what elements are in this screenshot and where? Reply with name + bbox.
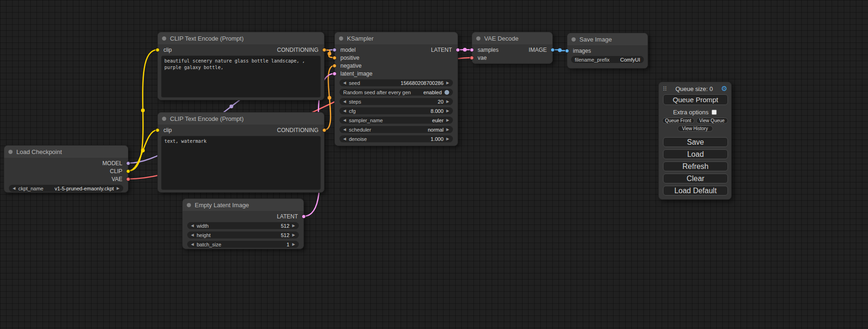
denoise-widget[interactable]: ◀ denoise 1.000 ▶ (339, 135, 453, 142)
toggle-knob-icon[interactable] (445, 90, 449, 95)
drag-handle-icon[interactable]: ⠿ (663, 85, 667, 92)
decrement-arrow-icon[interactable]: ◀ (343, 81, 346, 85)
widget-label: batch_size (197, 242, 221, 247)
positive-prompt-textarea[interactable]: beautiful scenery nature glass bottle la… (161, 56, 321, 98)
collapse-dot-icon[interactable] (339, 36, 343, 41)
increment-arrow-icon[interactable]: ▶ (446, 100, 449, 104)
clip-text-encode-negative-node[interactable]: CLIP Text Encode (Prompt) clip CONDITION… (157, 112, 325, 193)
vae-output-slot[interactable] (126, 177, 130, 181)
scheduler-widget[interactable]: ◀ scheduler normal ▶ (339, 126, 453, 133)
clip-input-slot[interactable] (155, 128, 160, 132)
node-title-bar[interactable]: KSampler (335, 32, 458, 44)
clip-input-slot[interactable] (155, 48, 160, 52)
latent-output-slot[interactable] (456, 48, 460, 52)
latent-image-input-slot[interactable] (332, 71, 337, 76)
load-button[interactable]: Load (663, 149, 728, 159)
node-title-bar[interactable]: CLIP Text Encode (Prompt) (158, 32, 324, 44)
random-seed-toggle-widget[interactable]: Random seed after every gen enabled (339, 89, 453, 96)
widget-value: enabled (423, 90, 442, 95)
slot-label: model (340, 47, 356, 53)
view-queue-button[interactable]: View Queue (696, 118, 728, 124)
height-widget[interactable]: ◀ height 512 ▶ (187, 231, 299, 238)
node-title-bar[interactable]: CLIP Text Encode (Prompt) (158, 112, 324, 125)
decrement-arrow-icon[interactable]: ◀ (13, 187, 15, 190)
increment-arrow-icon[interactable]: ▶ (117, 187, 120, 190)
slot-label: samples (478, 47, 499, 53)
link-midpoint-dot (328, 52, 332, 56)
ckpt-name-widget[interactable]: ◀ ckpt_name v1-5-pruned-emaonly.ckpt ▶ (9, 185, 123, 192)
sampler-name-widget[interactable]: ◀ sampler_name euler ▶ (339, 117, 453, 124)
seed-widget[interactable]: ◀ seed 156680208700286 ▶ (339, 79, 453, 86)
increment-arrow-icon[interactable]: ▶ (446, 137, 449, 141)
save-image-node[interactable]: Save Image images filename_prefix ComfyU… (567, 33, 648, 69)
ksampler-node[interactable]: KSampler model LATENT positive negative (334, 32, 458, 146)
slot-label: negative (340, 63, 361, 69)
increment-arrow-icon[interactable]: ▶ (292, 224, 295, 228)
vae-decode-node[interactable]: VAE Decode samples IMAGE vae (472, 32, 553, 64)
negative-prompt-textarea[interactable]: text, watermark (161, 136, 321, 190)
clear-button[interactable]: Clear (663, 174, 728, 183)
node-title: Save Image (579, 36, 612, 43)
collapse-dot-icon[interactable] (572, 37, 576, 42)
node-title-bar[interactable]: VAE Decode (472, 32, 552, 44)
increment-arrow-icon[interactable]: ▶ (446, 119, 449, 122)
refresh-button[interactable]: Refresh (663, 161, 728, 171)
save-button[interactable]: Save (663, 137, 728, 147)
model-output-slot[interactable] (126, 161, 130, 165)
increment-arrow-icon[interactable]: ▶ (446, 81, 449, 85)
clip-text-encode-positive-node[interactable]: CLIP Text Encode (Prompt) clip CONDITION… (157, 32, 325, 100)
decrement-arrow-icon[interactable]: ◀ (343, 137, 346, 141)
decrement-arrow-icon[interactable]: ◀ (191, 224, 194, 228)
slot-label: MODEL (102, 160, 122, 167)
batch-size-widget[interactable]: ◀ batch_size 1 ▶ (187, 241, 299, 248)
cfg-widget[interactable]: ◀ cfg 8.000 ▶ (339, 107, 453, 114)
negative-input-slot[interactable] (332, 63, 337, 68)
decrement-arrow-icon[interactable]: ◀ (343, 100, 346, 104)
collapse-dot-icon[interactable] (162, 36, 166, 41)
node-title-bar[interactable]: Empty Latent Image (183, 199, 303, 211)
queue-prompt-button[interactable]: Queue Prompt (663, 94, 728, 105)
slot-row: vae (472, 54, 552, 62)
images-input-slot[interactable] (565, 49, 569, 53)
load-checkpoint-node[interactable]: Load Checkpoint MODEL CLIP VAE ◀ ckpt (4, 145, 128, 193)
latent-output-slot[interactable] (302, 214, 306, 218)
clip-output-slot[interactable] (126, 169, 130, 173)
node-title: VAE Decode (484, 35, 518, 42)
decrement-arrow-icon[interactable]: ◀ (191, 233, 194, 237)
conditioning-output-slot[interactable] (322, 128, 326, 132)
filename-prefix-widget[interactable]: filename_prefix ComfyUI (571, 56, 644, 63)
increment-arrow-icon[interactable]: ▶ (446, 109, 449, 113)
decrement-arrow-icon[interactable]: ◀ (343, 109, 346, 113)
steps-widget[interactable]: ◀ steps 20 ▶ (339, 98, 453, 105)
decrement-arrow-icon[interactable]: ◀ (343, 119, 346, 122)
view-history-button[interactable]: View History (677, 126, 713, 132)
image-output-slot[interactable] (550, 48, 555, 52)
slot-label: latent_image (340, 70, 373, 77)
node-title-bar[interactable]: Load Checkpoint (4, 146, 128, 158)
collapse-dot-icon[interactable] (162, 117, 166, 121)
collapse-dot-icon[interactable] (187, 203, 191, 207)
increment-arrow-icon[interactable]: ▶ (292, 233, 295, 237)
decrement-arrow-icon[interactable]: ◀ (343, 128, 346, 132)
collapse-dot-icon[interactable] (8, 150, 13, 154)
model-input-slot[interactable] (332, 48, 337, 52)
link-wire (128, 50, 158, 171)
node-title-bar[interactable]: Save Image (567, 33, 648, 45)
decrement-arrow-icon[interactable]: ◀ (191, 243, 194, 246)
positive-input-slot[interactable] (332, 56, 337, 60)
conditioning-output-slot[interactable] (322, 48, 326, 52)
vae-input-slot[interactable] (470, 56, 474, 60)
extra-options-checkbox[interactable] (712, 110, 717, 115)
width-widget[interactable]: ◀ width 512 ▶ (187, 222, 299, 229)
queue-front-button[interactable]: Queue Front (662, 118, 694, 124)
samples-input-slot[interactable] (470, 48, 474, 52)
empty-latent-image-node[interactable]: Empty Latent Image LATENT ◀ width 512 ▶ … (182, 198, 304, 249)
load-default-button[interactable]: Load Default (663, 186, 728, 196)
slot-label: CONDITIONING (277, 127, 318, 133)
node-graph-canvas[interactable]: Load Checkpoint MODEL CLIP VAE ◀ ckpt (0, 0, 868, 329)
settings-gear-icon[interactable]: ⚙ (721, 84, 727, 93)
increment-arrow-icon[interactable]: ▶ (292, 243, 295, 246)
output-slot-row: MODEL (4, 159, 128, 167)
collapse-dot-icon[interactable] (476, 36, 480, 41)
increment-arrow-icon[interactable]: ▶ (446, 128, 449, 132)
